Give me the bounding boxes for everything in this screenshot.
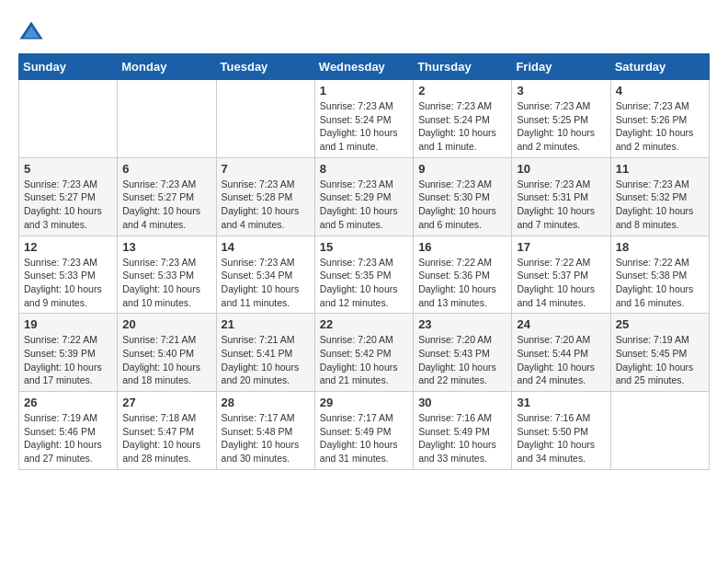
day-number: 28 [222, 396, 310, 409]
day-number: 24 [517, 317, 605, 331]
day-info: Sunrise: 7:23 AM Sunset: 5:33 PM Dayligh… [24, 256, 112, 310]
day-number: 6 [122, 162, 210, 176]
day-info: Sunrise: 7:23 AM Sunset: 5:29 PM Dayligh… [320, 178, 408, 232]
day-info: Sunrise: 7:21 AM Sunset: 5:40 PM Dayligh… [122, 333, 210, 387]
calendar-cell: 2Sunrise: 7:23 AM Sunset: 5:24 PM Daylig… [414, 80, 512, 158]
calendar-week-row: 19Sunrise: 7:22 AM Sunset: 5:39 PM Dayli… [19, 314, 710, 392]
day-number: 2 [418, 84, 506, 98]
calendar-week-row: 12Sunrise: 7:23 AM Sunset: 5:33 PM Dayli… [19, 236, 710, 314]
day-info: Sunrise: 7:20 AM Sunset: 5:44 PM Dayligh… [517, 333, 605, 387]
logo-icon [18, 18, 44, 44]
calendar-cell: 4Sunrise: 7:23 AM Sunset: 5:26 PM Daylig… [610, 80, 709, 158]
calendar-cell: 30Sunrise: 7:16 AM Sunset: 5:49 PM Dayli… [414, 392, 512, 470]
day-info: Sunrise: 7:23 AM Sunset: 5:28 PM Dayligh… [222, 178, 310, 232]
weekday-header: Saturday [610, 54, 709, 80]
day-info: Sunrise: 7:23 AM Sunset: 5:33 PM Dayligh… [122, 256, 210, 310]
calendar-week-row: 5Sunrise: 7:23 AM Sunset: 5:27 PM Daylig… [19, 157, 710, 236]
calendar-cell [610, 392, 709, 470]
day-info: Sunrise: 7:18 AM Sunset: 5:47 PM Dayligh… [122, 411, 210, 465]
day-info: Sunrise: 7:19 AM Sunset: 5:46 PM Dayligh… [24, 411, 112, 465]
day-number: 23 [418, 317, 506, 331]
day-number: 16 [418, 240, 506, 254]
weekday-header: Thursday [414, 54, 512, 80]
day-info: Sunrise: 7:16 AM Sunset: 5:50 PM Dayligh… [517, 411, 605, 465]
calendar-cell [19, 80, 118, 158]
day-number: 7 [222, 162, 310, 176]
day-info: Sunrise: 7:20 AM Sunset: 5:42 PM Dayligh… [320, 333, 408, 387]
calendar-table: SundayMondayTuesdayWednesdayThursdayFrid… [18, 53, 710, 470]
day-number: 15 [320, 240, 408, 254]
calendar-cell: 10Sunrise: 7:23 AM Sunset: 5:31 PM Dayli… [512, 157, 610, 236]
calendar-cell: 14Sunrise: 7:23 AM Sunset: 5:34 PM Dayli… [216, 236, 314, 314]
calendar-cell: 19Sunrise: 7:22 AM Sunset: 5:39 PM Dayli… [19, 314, 118, 392]
day-number: 31 [517, 396, 605, 409]
day-info: Sunrise: 7:23 AM Sunset: 5:24 PM Dayligh… [418, 99, 506, 154]
day-number: 27 [122, 396, 210, 409]
calendar-cell: 9Sunrise: 7:23 AM Sunset: 5:30 PM Daylig… [414, 157, 512, 236]
day-number: 9 [418, 162, 506, 176]
day-number: 25 [616, 317, 704, 331]
day-info: Sunrise: 7:23 AM Sunset: 5:32 PM Dayligh… [616, 178, 704, 232]
day-number: 17 [517, 240, 605, 254]
calendar-cell: 25Sunrise: 7:19 AM Sunset: 5:45 PM Dayli… [610, 314, 709, 392]
day-info: Sunrise: 7:22 AM Sunset: 5:38 PM Dayligh… [616, 256, 704, 310]
day-info: Sunrise: 7:17 AM Sunset: 5:49 PM Dayligh… [320, 411, 408, 465]
calendar-cell: 6Sunrise: 7:23 AM Sunset: 5:27 PM Daylig… [118, 157, 216, 236]
calendar-cell: 7Sunrise: 7:23 AM Sunset: 5:28 PM Daylig… [216, 157, 314, 236]
calendar-cell: 29Sunrise: 7:17 AM Sunset: 5:49 PM Dayli… [314, 392, 413, 470]
day-number: 29 [320, 396, 408, 409]
calendar-cell: 27Sunrise: 7:18 AM Sunset: 5:47 PM Dayli… [118, 392, 216, 470]
day-info: Sunrise: 7:16 AM Sunset: 5:49 PM Dayligh… [418, 411, 506, 465]
calendar-cell [216, 80, 314, 158]
calendar-cell: 17Sunrise: 7:22 AM Sunset: 5:37 PM Dayli… [512, 236, 610, 314]
day-number: 12 [24, 240, 112, 254]
calendar-cell: 23Sunrise: 7:20 AM Sunset: 5:43 PM Dayli… [414, 314, 512, 392]
calendar-cell: 3Sunrise: 7:23 AM Sunset: 5:25 PM Daylig… [512, 80, 610, 158]
weekday-header-row: SundayMondayTuesdayWednesdayThursdayFrid… [19, 54, 710, 80]
day-number: 11 [616, 162, 704, 176]
calendar-cell: 8Sunrise: 7:23 AM Sunset: 5:29 PM Daylig… [314, 157, 413, 236]
logo [18, 18, 48, 44]
calendar-cell: 21Sunrise: 7:21 AM Sunset: 5:41 PM Dayli… [216, 314, 314, 392]
weekday-header: Monday [118, 54, 216, 80]
calendar-cell: 20Sunrise: 7:21 AM Sunset: 5:40 PM Dayli… [118, 314, 216, 392]
calendar-cell: 15Sunrise: 7:23 AM Sunset: 5:35 PM Dayli… [314, 236, 413, 314]
calendar-cell [118, 80, 216, 158]
calendar-cell: 5Sunrise: 7:23 AM Sunset: 5:27 PM Daylig… [19, 157, 118, 236]
day-info: Sunrise: 7:20 AM Sunset: 5:43 PM Dayligh… [418, 333, 506, 387]
calendar-cell: 26Sunrise: 7:19 AM Sunset: 5:46 PM Dayli… [19, 392, 118, 470]
day-info: Sunrise: 7:17 AM Sunset: 5:48 PM Dayligh… [222, 411, 310, 465]
calendar-cell: 31Sunrise: 7:16 AM Sunset: 5:50 PM Dayli… [512, 392, 610, 470]
day-info: Sunrise: 7:23 AM Sunset: 5:34 PM Dayligh… [222, 256, 310, 310]
calendar-cell: 13Sunrise: 7:23 AM Sunset: 5:33 PM Dayli… [118, 236, 216, 314]
day-info: Sunrise: 7:23 AM Sunset: 5:27 PM Dayligh… [24, 178, 112, 232]
day-info: Sunrise: 7:19 AM Sunset: 5:45 PM Dayligh… [616, 333, 704, 387]
day-number: 1 [320, 84, 408, 98]
calendar-cell: 1Sunrise: 7:23 AM Sunset: 5:24 PM Daylig… [314, 80, 413, 158]
calendar-cell: 24Sunrise: 7:20 AM Sunset: 5:44 PM Dayli… [512, 314, 610, 392]
calendar-cell: 18Sunrise: 7:22 AM Sunset: 5:38 PM Dayli… [610, 236, 709, 314]
weekday-header: Sunday [19, 54, 118, 80]
day-number: 13 [122, 240, 210, 254]
weekday-header: Wednesday [314, 54, 413, 80]
day-info: Sunrise: 7:23 AM Sunset: 5:25 PM Dayligh… [517, 99, 605, 154]
day-info: Sunrise: 7:23 AM Sunset: 5:24 PM Dayligh… [320, 99, 408, 154]
day-number: 22 [320, 317, 408, 331]
day-info: Sunrise: 7:23 AM Sunset: 5:27 PM Dayligh… [122, 178, 210, 232]
day-info: Sunrise: 7:23 AM Sunset: 5:35 PM Dayligh… [320, 256, 408, 310]
day-number: 30 [418, 396, 506, 409]
weekday-header: Tuesday [216, 54, 314, 80]
calendar-cell: 11Sunrise: 7:23 AM Sunset: 5:32 PM Dayli… [610, 157, 709, 236]
day-info: Sunrise: 7:23 AM Sunset: 5:30 PM Dayligh… [418, 178, 506, 232]
day-number: 8 [320, 162, 408, 176]
day-number: 4 [616, 84, 704, 98]
weekday-header: Friday [512, 54, 610, 80]
calendar-cell: 22Sunrise: 7:20 AM Sunset: 5:42 PM Dayli… [314, 314, 413, 392]
page-header [18, 18, 710, 44]
day-number: 18 [616, 240, 704, 254]
day-number: 14 [222, 240, 310, 254]
day-number: 26 [24, 396, 112, 409]
day-number: 19 [24, 317, 112, 331]
day-number: 5 [24, 162, 112, 176]
calendar-cell: 28Sunrise: 7:17 AM Sunset: 5:48 PM Dayli… [216, 392, 314, 470]
